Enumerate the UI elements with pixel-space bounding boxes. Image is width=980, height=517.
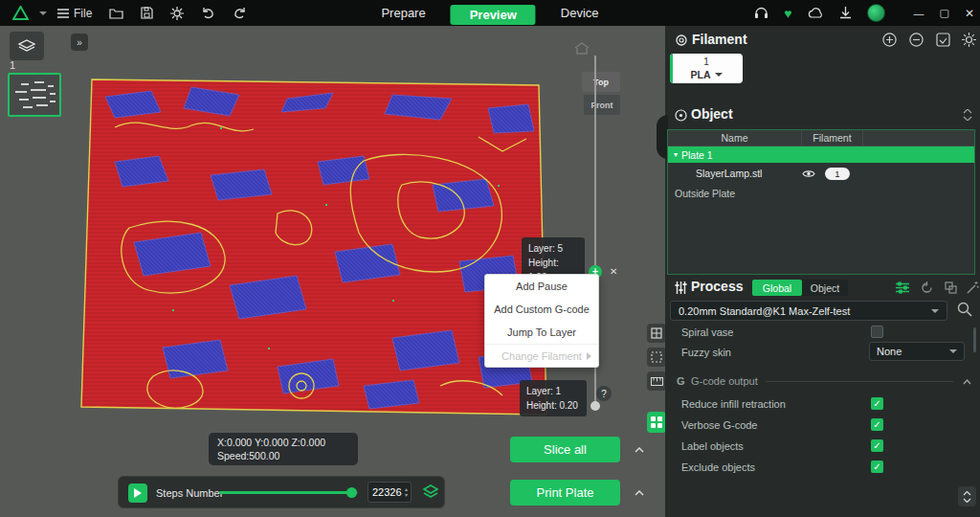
check-icon: ✓ xyxy=(873,419,880,430)
support-headset-icon[interactable] xyxy=(754,7,768,19)
check-icon: ✓ xyxy=(873,440,880,451)
home-view-icon[interactable] xyxy=(574,42,590,55)
table-row-plate1[interactable]: ▾ Plate 1 xyxy=(668,146,974,163)
filament-material-label: PLA xyxy=(691,69,711,80)
download-icon[interactable] xyxy=(839,7,852,19)
minimize-window-icon[interactable]: — xyxy=(914,8,924,19)
undo-icon[interactable] xyxy=(194,0,222,26)
tab-prepare[interactable]: Prepare xyxy=(369,0,436,26)
steps-number-label: Steps Number xyxy=(156,487,223,499)
add-filament-icon[interactable] xyxy=(882,33,897,47)
file-menu[interactable]: File xyxy=(51,0,99,26)
expand-panel-button[interactable]: » xyxy=(71,34,88,51)
section-view-icon[interactable] xyxy=(647,348,666,367)
print-options-chevron[interactable] xyxy=(631,484,647,501)
steps-value-box[interactable]: 22326 ▴ ▾ xyxy=(368,482,412,503)
filament-slot-card[interactable]: 1 PLA xyxy=(670,54,743,83)
remove-marker-icon[interactable]: ✕ xyxy=(610,266,617,277)
compare-params-icon[interactable] xyxy=(945,281,957,294)
plate-list-toggle[interactable] xyxy=(10,32,44,60)
spinner-down-icon[interactable]: ▾ xyxy=(405,492,408,498)
menu-item-jump-to-layer[interactable]: Jump To Layer xyxy=(485,321,598,344)
steps-slider-track[interactable] xyxy=(219,491,358,494)
app-logo-icon[interactable] xyxy=(6,0,35,26)
reduce-infill-retraction-checkbox[interactable]: ✓ xyxy=(871,397,883,410)
fuzzy-skin-select[interactable]: None xyxy=(869,342,965,361)
settings-gear-icon[interactable] xyxy=(164,0,190,26)
object-section-title: Object xyxy=(691,106,733,122)
wizard-wand-icon[interactable] xyxy=(967,281,979,294)
panel-expand-button[interactable] xyxy=(958,486,976,506)
flush-options-icon[interactable] xyxy=(936,33,950,47)
setting-exclude-objects-label: Exclude objects xyxy=(681,461,755,473)
logo-caret-icon[interactable] xyxy=(39,11,47,15)
help-button[interactable]: ? xyxy=(596,386,612,401)
view-front-button[interactable]: Front xyxy=(584,95,620,115)
table-row-outside-plate[interactable]: Outside Plate xyxy=(668,184,974,203)
tab-device[interactable]: Device xyxy=(549,0,611,26)
menu-item-add-custom-gcode[interactable]: Add Custom G-code xyxy=(485,298,598,321)
filament-settings-gear-icon[interactable] xyxy=(962,33,976,47)
save-icon[interactable] xyxy=(134,0,160,26)
play-button[interactable] xyxy=(128,483,147,503)
menu-item-change-filament-label: Change Filament xyxy=(501,350,582,362)
preset-name: 0.20mm Standard@K1 Max-Zelf-test xyxy=(679,305,931,317)
plate-number-label: 1 xyxy=(10,59,15,71)
cloud-icon[interactable] xyxy=(808,8,824,19)
filament-section-icon xyxy=(675,34,688,46)
position-tooltip: X:0.000 Y:0.000 Z:0.000 Speed:500.00 xyxy=(209,433,358,465)
position-line1: X:0.000 Y:0.000 Z:0.000 xyxy=(217,436,349,449)
expand-icon: » xyxy=(77,37,82,48)
assembly-view-icon[interactable] xyxy=(647,324,666,343)
process-scope-toggle: Global Object xyxy=(752,280,848,296)
user-avatar[interactable] xyxy=(867,4,885,22)
visibility-eye-icon[interactable] xyxy=(802,169,815,178)
object-sort-icon[interactable] xyxy=(963,109,972,121)
outside-plate-label: Outside Plate xyxy=(668,188,735,199)
exclude-objects-checkbox[interactable]: ✓ xyxy=(871,461,883,473)
favorites-heart-icon[interactable]: ♥ xyxy=(784,7,791,20)
open-file-icon[interactable] xyxy=(102,0,130,26)
slice-options-chevron[interactable] xyxy=(631,441,647,458)
menu-item-change-filament[interactable]: Change Filament xyxy=(485,344,598,367)
remove-filament-icon[interactable] xyxy=(909,33,924,47)
group-collapse-chevron[interactable] xyxy=(959,373,975,390)
tab-preview[interactable]: Preview xyxy=(451,5,536,25)
close-window-icon[interactable]: ✕ xyxy=(965,7,974,20)
spiral-vase-checkbox[interactable] xyxy=(871,326,883,338)
reset-params-icon[interactable] xyxy=(921,281,933,294)
plate-expand-caret-icon[interactable]: ▾ xyxy=(668,150,681,159)
view-top-button[interactable]: Top xyxy=(582,72,620,92)
fuzzy-skin-value: None xyxy=(877,346,949,357)
print-plate-button[interactable]: Print Plate xyxy=(510,480,620,506)
menu-item-add-pause[interactable]: Add Pause xyxy=(485,275,598,298)
search-settings-icon[interactable] xyxy=(957,302,972,317)
scope-tab-global[interactable]: Global xyxy=(752,280,802,296)
label-objects-checkbox[interactable]: ✓ xyxy=(871,439,883,452)
check-icon: ✓ xyxy=(873,398,880,409)
settings-scrollbar-thumb[interactable] xyxy=(973,327,976,352)
scope-tab-object[interactable]: Object xyxy=(802,280,848,296)
table-row-slayerlamp[interactable]: SlayerLamp.stl 1 xyxy=(668,163,974,184)
plate-thumbnail[interactable] xyxy=(8,73,61,117)
slice-all-button[interactable]: Slice all xyxy=(510,437,620,462)
steps-slider-handle[interactable] xyxy=(346,487,357,498)
preview-options-button[interactable] xyxy=(647,412,666,433)
fuzzy-skin-caret-icon xyxy=(949,349,957,353)
redo-icon[interactable] xyxy=(226,0,254,26)
tune-params-icon[interactable] xyxy=(896,281,909,294)
process-preset-select[interactable]: 0.20mm Standard@K1 Max-Zelf-test xyxy=(670,301,947,321)
filament-section-title: Filament xyxy=(692,32,747,47)
steps-layers-icon[interactable] xyxy=(422,483,439,501)
filament-number-badge[interactable]: 1 xyxy=(825,168,850,180)
object-table-header: Name Filament xyxy=(668,130,974,146)
verbose-gcode-checkbox[interactable]: ✓ xyxy=(871,418,883,431)
sliced-model-preview[interactable] xyxy=(77,70,555,432)
layer-slider-bottom-handle[interactable] xyxy=(590,401,600,411)
filament-slot-number: 1 xyxy=(670,54,743,69)
maximize-window-icon[interactable]: ▢ xyxy=(940,7,949,19)
column-name: Name xyxy=(668,132,801,144)
measure-tool-icon[interactable] xyxy=(647,371,666,391)
column-filament: Filament xyxy=(801,130,863,146)
setting-spiral-vase-label: Spiral vase xyxy=(681,326,733,338)
